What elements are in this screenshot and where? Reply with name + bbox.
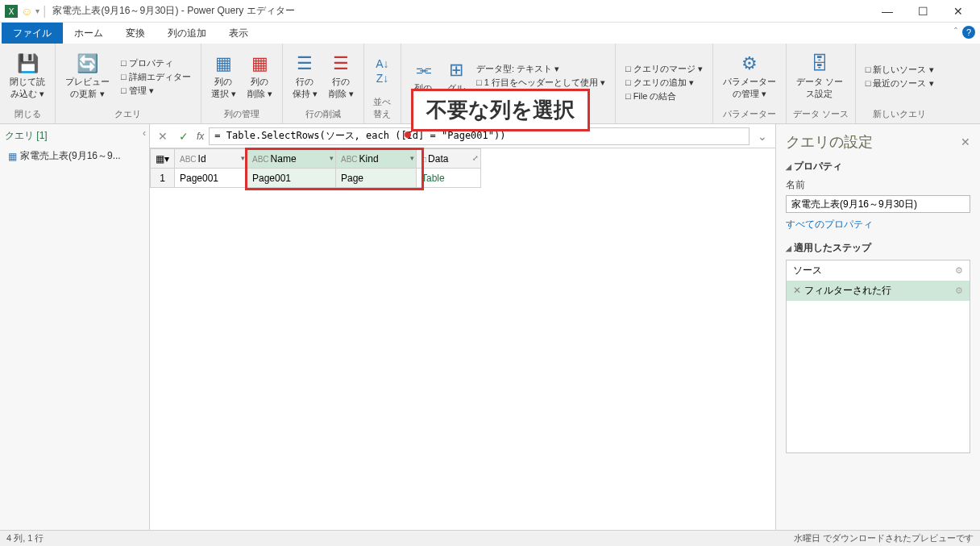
qat-dropdown-icon[interactable]: ▾ [35,6,39,15]
gear-icon[interactable]: ⚙ [955,286,963,296]
combine-files-button[interactable]: □ File の結合 [625,90,703,102]
ribbon-collapse-icon[interactable]: ˆ [954,27,957,38]
remove-columns-button[interactable]: ▦列の 削除 ▾ [244,47,276,106]
recent-sources-button[interactable]: □ 最近のソース ▾ [866,77,934,90]
fx-icon: fx [197,131,204,142]
data-grid: ▦▾ ABCId▾ ABCName▾ ABCKind▾ □Data⤢ 1 Pag… [150,148,775,188]
queries-collapse-icon[interactable]: ‹ [143,127,146,139]
col-expand-icon[interactable]: ⤢ [472,154,479,162]
sort-asc-button[interactable]: A↓ [376,57,388,70]
col-header-data[interactable]: □Data⤢ [417,149,481,169]
manage-button[interactable]: □ 管理 ▾ [121,85,191,97]
queries-header: クエリ [1] [5,129,144,143]
formula-expand-icon[interactable]: ⌄ [754,130,770,143]
query-settings-pane: クエリの設定 ✕ プロパティ 名前 すべてのプロパティ 適用したステップ ソース… [775,124,980,530]
ribbon-group-rows: ☰行の 保持 ▾ ☰行の 削除 ▾ 行の削減 [283,44,364,123]
group-label-close: 閉じる [6,106,48,120]
tab-transform[interactable]: 変換 [114,23,156,44]
refresh-preview-button[interactable]: 🔄プレビュー の更新 ▾ [62,47,113,106]
maximize-button[interactable]: ☐ [912,5,933,18]
ribbon-group-query: 🔄プレビュー の更新 ▾ □ プロパティ □ 詳細エディター □ 管理 ▾ クエ… [56,44,201,123]
properties-title[interactable]: プロパティ [786,160,970,173]
ribbon-group-combine: □ クエリのマージ ▾ □ クエリの追加 ▾ □ File の結合 [616,44,713,123]
ribbon-group-parameters: ⚙パラメーター の管理 ▾ パラメーター [713,44,787,123]
merge-queries-button[interactable]: □ クエリのマージ ▾ [625,63,703,75]
ribbon-group-columns: ▦列の 選択 ▾ ▦列の 削除 ▾ 列の管理 [201,44,283,123]
step-label: フィルターされた行 [804,285,891,296]
cell-data[interactable]: Table [417,169,481,188]
tab-view[interactable]: 表示 [218,23,260,44]
gear-icon[interactable]: ⚙ [955,265,963,276]
remove-rows-button[interactable]: ☰行の 削除 ▾ [326,47,357,106]
ribbon-group-newquery: □ 新しいソース ▾ □ 最近のソース ▾ 新しいクエリ [856,44,944,123]
col-filter-icon[interactable]: ▾ [410,154,414,162]
cell-name[interactable]: Page001 [247,169,336,188]
cell-kind[interactable]: Page [336,169,417,188]
step-label: ソース [793,265,822,276]
combine-links: □ クエリのマージ ▾ □ クエリの追加 ▾ □ File の結合 [622,47,706,119]
first-row-headers-button[interactable]: □ 1 行目をヘッダーとして使用 ▾ [476,77,605,89]
content-area: ‹ クエリ [1] ▦ 家電売上表(9月16～9... ✕ ✓ fx ⌄ ▦▾ … [0,124,980,530]
advanced-editor-button[interactable]: □ 詳細エディター [121,71,191,83]
datasource-settings-button[interactable]: 🗄データ ソー ス設定 [793,47,846,106]
ribbon-help: ˆ ? [954,26,975,39]
append-queries-button[interactable]: □ クエリの追加 ▾ [625,77,703,89]
group-label-nq: 新しいクエリ [862,106,937,120]
group-label-combine [622,119,706,120]
ribbon-group-sort: A↓ Z↓ 並べ替え [364,44,401,123]
datatype-button[interactable]: データ型: テキスト ▾ [476,63,605,75]
settings-title: クエリの設定 [786,132,873,152]
help-icon[interactable]: ? [962,26,975,39]
settings-close-icon[interactable]: ✕ [961,135,970,148]
group-label-sort: 並べ替え [371,94,394,120]
tab-addcolumn[interactable]: 列の追加 [156,23,218,44]
table-icon: ▦ [8,151,17,162]
formula-cancel-icon[interactable]: ✕ [155,130,171,143]
all-properties-link[interactable]: すべてのプロパティ [786,218,970,231]
query-links: □ プロパティ □ 詳細エディター □ 管理 ▾ [118,47,194,106]
properties-button[interactable]: □ プロパティ [121,57,191,69]
manage-parameters-button[interactable]: ⚙パラメーター の管理 ▾ [720,47,779,106]
group-label-query: クエリ [62,106,194,120]
status-left: 4 列, 1 行 [6,532,44,544]
row-number[interactable]: 1 [151,169,175,188]
group-label-ds: データ ソース [793,106,849,120]
group-label-cols: 列の管理 [208,106,276,120]
callout-pointer-dot [405,131,411,138]
col-header-name[interactable]: ABCName▾ [247,149,336,169]
sort-desc-button[interactable]: Z↓ [376,72,389,85]
query-item[interactable]: ▦ 家電売上表(9月16～9... [5,148,144,165]
excel-icon: X [5,5,18,18]
step-delete-icon[interactable]: ✕ [793,285,801,296]
name-label: 名前 [786,178,970,192]
tab-file[interactable]: ファイル [2,23,63,44]
corner-cell[interactable]: ▦▾ [151,149,175,169]
new-source-button[interactable]: □ 新しいソース ▾ [866,64,934,76]
close-and-load-button[interactable]: 💾閉じて読 み込む ▾ [6,47,48,106]
keep-rows-button[interactable]: ☰行の 保持 ▾ [289,47,321,106]
newquery-links: □ 新しいソース ▾ □ 最近のソース ▾ [862,47,937,106]
window-buttons: — ☐ ✕ [877,5,969,18]
ribbon-group-datasource: 🗄データ ソー ス設定 データ ソース [787,44,856,123]
col-header-id[interactable]: ABCId▾ [175,149,247,169]
step-item[interactable]: ソース ⚙ [787,260,970,281]
status-bar: 4 列, 1 行 水曜日 でダウンロードされたプレビューです [0,530,980,546]
query-name-input[interactable] [786,195,970,213]
main-area: ✕ ✓ fx ⌄ ▦▾ ABCId▾ ABCName▾ ABCKind▾ □Da… [150,124,775,530]
col-filter-icon[interactable]: ▾ [330,154,334,162]
close-window-button[interactable]: ✕ [948,5,969,18]
title-bar: X ☺ ▾ | 家電売上表(9月16～9月30日) - Power Query … [0,0,980,23]
data-table[interactable]: ▦▾ ABCId▾ ABCName▾ ABCKind▾ □Data⤢ 1 Pag… [150,148,481,188]
table-row[interactable]: 1 Page001 Page001 Page Table [151,169,481,188]
tab-home[interactable]: ホーム [63,23,114,44]
col-filter-icon[interactable]: ▾ [241,154,245,162]
col-header-kind[interactable]: ABCKind▾ [336,149,417,169]
step-item[interactable]: ✕フィルターされた行 ⚙ [787,281,970,301]
minimize-button[interactable]: — [877,5,898,18]
formula-confirm-icon[interactable]: ✓ [176,130,192,143]
steps-title[interactable]: 適用したステップ [786,241,970,255]
choose-columns-button[interactable]: ▦列の 選択 ▾ [208,47,239,106]
settings-header: クエリの設定 ✕ [786,132,970,152]
cell-id[interactable]: Page001 [175,169,247,188]
group-label-rows: 行の削減 [289,106,357,120]
